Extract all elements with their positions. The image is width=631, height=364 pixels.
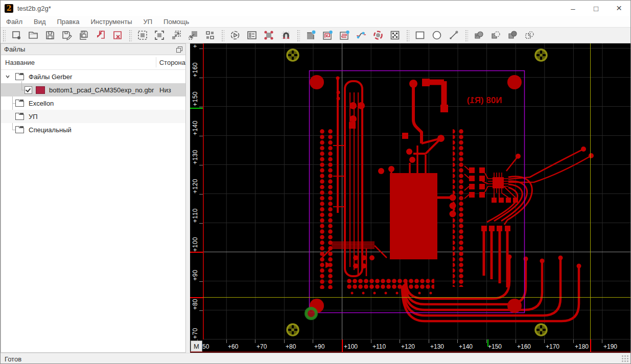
ruler-mark-red: [190, 252, 203, 253]
tile-windows-icon[interactable]: [204, 29, 216, 41]
chevron-down-icon[interactable]: [5, 74, 10, 79]
pour-solid-icon[interactable]: [305, 29, 317, 41]
folder-icon: [15, 100, 25, 107]
resize-grip-icon[interactable]: [622, 355, 629, 362]
layer-visibility-checkbox[interactable]: [25, 86, 32, 94]
board-frame-icon[interactable]: [263, 29, 275, 41]
zoom-extents-icon[interactable]: [170, 29, 182, 41]
layer-color-swatch[interactable]: [36, 86, 45, 94]
menu-up[interactable]: УП: [137, 17, 158, 27]
float-panel-icon[interactable]: [176, 46, 182, 53]
vruler-label: +120: [192, 179, 199, 193]
units-m-button[interactable]: M: [191, 341, 202, 352]
toolbar-drag-handle[interactable]: [128, 29, 132, 41]
tree-row-up-folder[interactable]: УП: [1, 110, 185, 123]
files-panel-title: Файлы: [4, 45, 25, 53]
vruler-label: +150: [192, 91, 199, 106]
toolbar-drag-handle[interactable]: [2, 29, 6, 41]
tree-row-gerber-file[interactable]: bottom1_pcad_CAM350exp_no.gbr Низ: [1, 83, 185, 96]
save-all-icon[interactable]: [78, 29, 90, 41]
bool-subtract-icon[interactable]: [489, 29, 502, 41]
files-panel-header[interactable]: Файлы: [1, 44, 185, 55]
vruler-label: +70: [192, 328, 199, 339]
line-tool-icon[interactable]: [448, 29, 460, 41]
tree-label[interactable]: УП: [29, 113, 38, 120]
main-area: Файлы Название Сторона Файлы Gerber: [1, 43, 631, 353]
vruler-label: +110: [192, 208, 199, 223]
folder-icon: [15, 73, 25, 80]
maximize-button[interactable]: □: [585, 1, 607, 16]
vruler-label: +100: [192, 237, 199, 252]
run-icon[interactable]: [229, 29, 241, 41]
pattern-dots-icon[interactable]: [389, 29, 401, 41]
tree-label[interactable]: Специальный: [29, 126, 72, 134]
save-as-icon[interactable]: [61, 29, 73, 41]
vertical-ruler[interactable]: +170 +160 +150 +140 +130 +120 +110 +100 …: [190, 43, 203, 339]
bool-union-icon[interactable]: [473, 29, 485, 41]
ruler-mark-green: [190, 108, 203, 109]
menu-view[interactable]: Вид: [28, 17, 52, 27]
menu-help[interactable]: Помощь: [158, 17, 195, 27]
folder-icon: [15, 126, 25, 133]
layer-side-value: Низ: [159, 86, 171, 94]
zoom-fit-icon[interactable]: [136, 29, 149, 41]
zoom-window-icon[interactable]: [153, 29, 166, 41]
ruler-mark-green: [487, 339, 488, 347]
bool-intersect-icon[interactable]: [506, 29, 519, 41]
hruler-label: +120: [401, 343, 415, 350]
import-red-icon[interactable]: [95, 29, 107, 41]
bool-xor-icon[interactable]: [523, 29, 535, 41]
tree-label[interactable]: Excellon: [29, 100, 54, 107]
hruler-label: +160: [517, 343, 531, 350]
status-text: Готов: [1, 355, 21, 363]
pour-lines-icon[interactable]: [338, 29, 350, 41]
new-file-icon[interactable]: [10, 29, 22, 41]
snap-magnet-icon[interactable]: [279, 29, 292, 41]
menu-tools[interactable]: Инструменты: [85, 17, 137, 27]
save-icon[interactable]: [44, 29, 56, 41]
properties-icon[interactable]: [246, 29, 258, 41]
vruler-label: +170: [192, 43, 199, 48]
toolbar-drag-handle[interactable]: [406, 29, 409, 41]
toolbar-drag-handle[interactable]: [464, 29, 468, 41]
hruler-label: +180: [575, 343, 589, 350]
tree-label[interactable]: bottom1_pcad_CAM350exp_no.gbr: [49, 86, 154, 94]
tree-label[interactable]: Файлы Gerber: [29, 73, 72, 81]
application-window: 2 test2b.g2g* – □ × Файл Вид Правка Инст…: [0, 0, 631, 364]
menu-edit[interactable]: Правка: [52, 17, 85, 27]
teardrop-icon[interactable]: [355, 29, 367, 41]
ruler-mark-red: [342, 339, 343, 352]
rectangle-tool-icon[interactable]: [414, 29, 426, 41]
toolbar: [1, 27, 630, 43]
tree-row-excellon-folder[interactable]: Excellon: [1, 96, 185, 110]
hruler-label: +110: [372, 343, 386, 350]
column-side[interactable]: Сторона: [156, 57, 185, 67]
minimize-button[interactable]: –: [562, 1, 585, 16]
horizontal-ruler[interactable]: +50 +60 +70 +80 +90 +100 +110 +120 +130 …: [190, 339, 631, 352]
hruler-label: +170: [546, 343, 559, 350]
zoom-selection-icon[interactable]: [187, 29, 199, 41]
close-button[interactable]: ×: [607, 1, 630, 16]
menu-file[interactable]: Файл: [1, 17, 28, 27]
thermal-icon[interactable]: [372, 29, 384, 41]
window-title: test2b.g2g*: [17, 5, 51, 12]
hruler-label: +130: [430, 343, 444, 350]
board-text-mirrored: N08 (R1): [467, 95, 502, 105]
status-bar: Готов: [1, 353, 630, 364]
toolbar-drag-handle[interactable]: [296, 29, 300, 41]
column-name[interactable]: Название: [1, 59, 156, 66]
open-file-icon[interactable]: [27, 29, 39, 41]
tree-row-gerber-folder[interactable]: Файлы Gerber: [1, 70, 185, 83]
pour-spiral-icon[interactable]: [321, 29, 334, 41]
toolbar-drag-handle[interactable]: [221, 29, 224, 41]
ruler-mark-red: [590, 339, 591, 352]
hruler-label: +80: [286, 343, 296, 350]
circle-tool-icon[interactable]: [431, 29, 443, 41]
tree-row-special-folder[interactable]: Специальный: [1, 123, 185, 136]
files-tree: Файлы Gerber bottom1_pcad_CAM350exp_no.g…: [1, 70, 185, 136]
hruler-label: +190: [603, 343, 617, 350]
folder-icon: [15, 113, 25, 120]
pcb-canvas[interactable]: N08 (R1): [203, 43, 631, 339]
close-file-red-icon[interactable]: [111, 29, 124, 41]
hruler-label: +90: [314, 343, 324, 350]
